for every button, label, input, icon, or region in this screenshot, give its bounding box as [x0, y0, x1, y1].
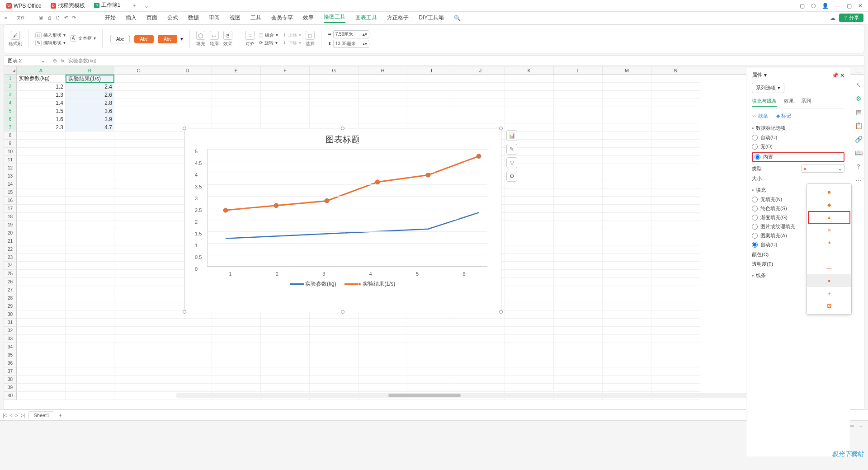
horizontal-scrollbar[interactable]	[176, 393, 841, 398]
col-header[interactable]: G	[310, 66, 359, 74]
maximize-icon[interactable]: ▢	[847, 3, 852, 9]
subtab-line[interactable]: 〰 线条	[752, 113, 768, 119]
align-button[interactable]: ≣对齐	[245, 31, 255, 47]
cloud-icon[interactable]: ☁	[830, 15, 835, 21]
edit-shape-button[interactable]: ✎编辑形状 ▾	[35, 40, 66, 46]
height-input[interactable]: ⬍ 13.35厘米▴▾	[328, 40, 369, 48]
marker-dash[interactable]: —	[807, 249, 851, 262]
cursor-icon[interactable]: ↖	[856, 81, 861, 89]
series-options-dropdown[interactable]: 系列选项 ▾	[752, 83, 784, 93]
next-sheet-icon[interactable]: >	[15, 413, 18, 418]
minimize-icon[interactable]: —	[835, 3, 840, 9]
tab-formula[interactable]: 公式	[167, 14, 178, 22]
redo-icon[interactable]: ↷	[72, 15, 76, 21]
shape-styles[interactable]: Abc Abc Abc ▾	[109, 33, 183, 45]
tab-start[interactable]: 开始	[105, 14, 116, 22]
save-icon[interactable]: 🖫	[38, 15, 43, 21]
col-header[interactable]: K	[505, 66, 554, 74]
tab-wps[interactable]: WWPS Office	[2, 0, 46, 11]
col-header[interactable]: M	[603, 66, 651, 74]
chart-elements-icon[interactable]: 📊	[506, 130, 517, 141]
col-header[interactable]: N	[651, 66, 700, 74]
col-header[interactable]: F	[261, 66, 310, 74]
style-more[interactable]: ▾	[180, 36, 183, 42]
print-icon[interactable]: 🖨	[47, 15, 52, 21]
marker-diamond[interactable]: ◆	[807, 198, 851, 211]
window-close-icon[interactable]: ✕	[858, 3, 863, 9]
effect-button[interactable]: ◔效果	[223, 31, 232, 47]
tab-page[interactable]: 页面	[146, 14, 157, 22]
pin-icon[interactable]: 📌	[832, 72, 839, 79]
tab-draw-tools[interactable]: 绘图工具	[324, 13, 345, 23]
select-all-corner[interactable]: ◢	[4, 66, 17, 74]
marker-section-title[interactable]: 数据标记选项	[752, 125, 844, 132]
zoom-in-icon[interactable]: ＋	[859, 423, 863, 429]
embedded-chart[interactable]: 图表标题 00.511.522.533.544.55 123456 实验参数(k…	[184, 128, 501, 312]
search-icon[interactable]: 🔍	[454, 15, 461, 21]
last-sheet-icon[interactable]: >|	[21, 413, 25, 418]
tab-data[interactable]: 数据	[188, 14, 199, 22]
textbox-button[interactable]: A文本框 ▾	[70, 35, 96, 42]
col-header[interactable]: C	[114, 66, 163, 74]
layers-icon[interactable]: ▤	[856, 108, 862, 116]
outline-button[interactable]: ▭轮廓	[210, 31, 219, 47]
sheet-tab[interactable]: Sheet1	[28, 411, 54, 419]
marker-picture[interactable]: 🖼	[807, 300, 851, 312]
formula-text[interactable]: 实验参数(kg)	[68, 57, 97, 64]
menu-hamburger[interactable]: ≡	[5, 16, 7, 20]
col-header[interactable]: L	[554, 66, 603, 74]
tab-list-button[interactable]: ⌄	[141, 3, 152, 9]
tab-workbook[interactable]: S工作簿1·	[90, 0, 128, 11]
tab-review[interactable]: 审阅	[209, 14, 220, 22]
name-box[interactable]: 图表 2⌄	[4, 56, 49, 66]
tab-template[interactable]: D找稻壳模板	[46, 0, 90, 11]
close-icon[interactable]: ·	[122, 3, 123, 8]
move-up-button[interactable]: ⬆ 上移 ▾	[283, 32, 301, 38]
col-header[interactable]: I	[407, 66, 456, 74]
chart-plot-area[interactable]: 00.511.522.533.544.55	[207, 149, 487, 267]
menu-file[interactable]: 文件	[17, 15, 25, 21]
marker-star[interactable]: ✶	[807, 236, 851, 249]
tab-insert[interactable]: 插入	[126, 14, 137, 22]
avatar-icon[interactable]: 👤	[822, 3, 829, 9]
radio-auto[interactable]: 自动(U)	[752, 134, 844, 141]
prop-tab-series[interactable]: 系列	[801, 98, 811, 107]
chevron-down-icon[interactable]: ⌄	[41, 58, 45, 64]
add-sheet-button[interactable]: ＋	[58, 412, 63, 418]
type-select[interactable]: ●⌄	[801, 164, 844, 173]
panel-close-icon[interactable]: ✕	[840, 72, 844, 79]
tab-chart-tools[interactable]: 图表工具	[355, 14, 377, 22]
tab-efficiency[interactable]: 效率	[303, 14, 314, 22]
col-header[interactable]: D	[163, 66, 212, 74]
tab-tools[interactable]: 工具	[250, 14, 261, 22]
help-icon[interactable]: ？	[855, 163, 862, 171]
group-button[interactable]: ⬚ 组合 ▾	[259, 32, 278, 38]
book-icon[interactable]: 📖	[855, 149, 863, 156]
col-header[interactable]: A	[17, 66, 66, 74]
subtab-marker[interactable]: ◆ 标记	[776, 113, 791, 119]
chart-legend[interactable]: 实验参数(kg) ● 实验结果(1/s)	[184, 280, 501, 288]
preview-icon[interactable]: 🗋	[56, 15, 61, 21]
first-sheet-icon[interactable]: |<	[3, 413, 7, 418]
style-abc-2[interactable]: Abc	[134, 35, 154, 43]
settings-icon[interactable]: ⚙	[856, 95, 862, 102]
col-header[interactable]: J	[456, 66, 505, 74]
link-icon[interactable]: 🔗	[855, 136, 863, 143]
col-header[interactable]: E	[212, 66, 261, 74]
col-header[interactable]: H	[359, 66, 407, 74]
chart-title[interactable]: 图表标题	[184, 128, 501, 149]
col-header[interactable]: B	[66, 66, 114, 74]
fx-cancel[interactable]: ⊕	[53, 58, 57, 64]
prev-sheet-icon[interactable]: <	[9, 413, 12, 418]
tab-member[interactable]: 会员专享	[271, 14, 293, 22]
marker-triangle[interactable]: ▲	[808, 211, 850, 224]
tab-view[interactable]: 视图	[230, 14, 241, 22]
insert-shape-button[interactable]: ◻插入形状 ▾	[35, 32, 66, 38]
radio-builtin[interactable]: 内置	[752, 152, 844, 162]
spreadsheet-grid[interactable]: ◢ A B C D E F G H I J K L M N 1实验参数(kg)实…	[4, 66, 864, 409]
marker-x[interactable]: ✕	[807, 224, 851, 236]
marker-circle[interactable]: ●	[807, 274, 851, 287]
more-icon[interactable]: ⋯	[855, 177, 862, 184]
marker-square[interactable]: ■	[807, 186, 851, 198]
tab-diy[interactable]: DIY工具箱	[419, 14, 444, 22]
